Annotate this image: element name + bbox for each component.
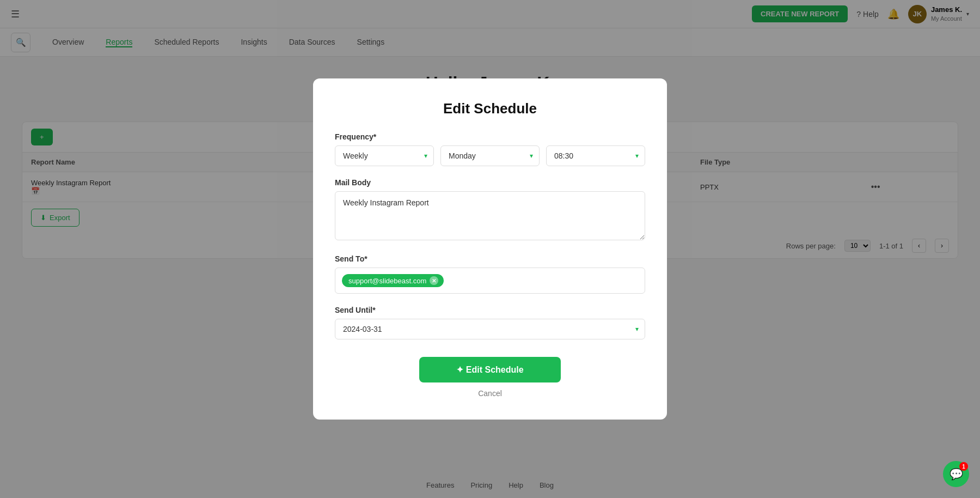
send-until-label: Send Until* <box>335 306 645 314</box>
chat-bubble[interactable]: 💬 1 <box>943 461 969 487</box>
send-to-group: Send To* support@slidebeast.com ✕ <box>335 254 645 294</box>
frequency-select[interactable]: Weekly Daily Monthly <box>335 145 434 166</box>
email-tag: support@slidebeast.com ✕ <box>342 274 444 287</box>
frequency-select-wrapper: Weekly Daily Monthly ▾ <box>335 145 434 166</box>
modal-actions: ✦ Edit Schedule Cancel <box>335 357 645 398</box>
day-select-wrapper: Monday Tuesday Wednesday Thursday Friday… <box>440 145 540 166</box>
send-until-date-wrapper: ▾ <box>335 319 645 339</box>
email-tag-text: support@slidebeast.com <box>348 277 426 285</box>
cancel-button[interactable]: Cancel <box>478 389 502 398</box>
time-select[interactable]: 08:30 09:00 09:30 10:00 <box>546 145 645 166</box>
mail-body-textarea[interactable]: Weekly Instagram Report <box>335 191 645 240</box>
send-to-label: Send To* <box>335 254 645 263</box>
email-tag-remove-button[interactable]: ✕ <box>430 276 438 285</box>
edit-schedule-modal: Edit Schedule Frequency* Weekly Daily Mo… <box>313 78 667 420</box>
mail-body-group: Mail Body Weekly Instagram Report <box>335 178 645 242</box>
chat-badge: 1 <box>959 462 968 471</box>
send-until-group: Send Until* ▾ <box>335 306 645 339</box>
modal-overlay: Edit Schedule Frequency* Weekly Daily Mo… <box>0 0 980 498</box>
edit-schedule-button[interactable]: ✦ Edit Schedule <box>419 357 561 382</box>
frequency-row: Weekly Daily Monthly ▾ Monday Tuesday We… <box>335 145 645 166</box>
frequency-label: Frequency* <box>335 132 645 141</box>
send-until-input[interactable] <box>335 319 645 339</box>
day-select[interactable]: Monday Tuesday Wednesday Thursday Friday <box>440 145 540 166</box>
modal-title: Edit Schedule <box>335 100 645 117</box>
send-to-box[interactable]: support@slidebeast.com ✕ <box>335 268 645 294</box>
mail-body-label: Mail Body <box>335 178 645 187</box>
time-select-wrapper: 08:30 09:00 09:30 10:00 ▾ <box>546 145 645 166</box>
frequency-group: Frequency* Weekly Daily Monthly ▾ Monday… <box>335 132 645 166</box>
